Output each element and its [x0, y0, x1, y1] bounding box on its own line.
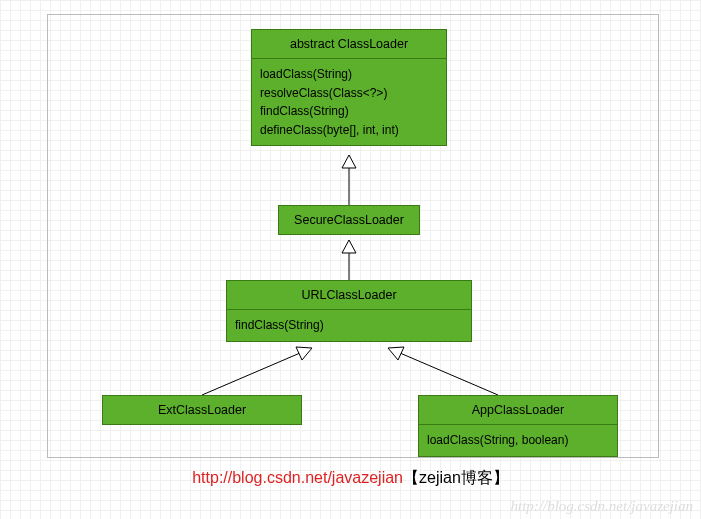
watermark-text: http://blog.csdn.net/javazejian	[511, 498, 693, 515]
method: defineClass(byte[], int, int)	[260, 121, 438, 140]
class-secure-classloader: SecureClassLoader	[278, 205, 420, 235]
class-methods: loadClass(String) resolveClass(Class<?>)…	[252, 59, 446, 145]
attribution-url: http://blog.csdn.net/javazejian	[192, 469, 403, 486]
class-title: abstract ClassLoader	[252, 30, 446, 59]
method: resolveClass(Class<?>)	[260, 84, 438, 103]
method: loadClass(String)	[260, 65, 438, 84]
class-app-classloader: AppClassLoader loadClass(String, boolean…	[418, 395, 618, 457]
class-ext-classloader: ExtClassLoader	[102, 395, 302, 425]
method: findClass(String)	[260, 102, 438, 121]
class-methods: findClass(String)	[227, 310, 471, 341]
attribution-bracket: 【zejian博客】	[403, 469, 509, 486]
class-title: ExtClassLoader	[103, 396, 301, 424]
method: findClass(String)	[235, 316, 463, 335]
class-title: AppClassLoader	[419, 396, 617, 425]
class-url-classloader: URLClassLoader findClass(String)	[226, 280, 472, 342]
class-title: SecureClassLoader	[279, 206, 419, 234]
class-title: URLClassLoader	[227, 281, 471, 310]
attribution-text: http://blog.csdn.net/javazejian【zejian博客…	[0, 468, 701, 489]
class-abstract-classloader: abstract ClassLoader loadClass(String) r…	[251, 29, 447, 146]
class-methods: loadClass(String, boolean)	[419, 425, 617, 456]
method: loadClass(String, boolean)	[427, 431, 609, 450]
